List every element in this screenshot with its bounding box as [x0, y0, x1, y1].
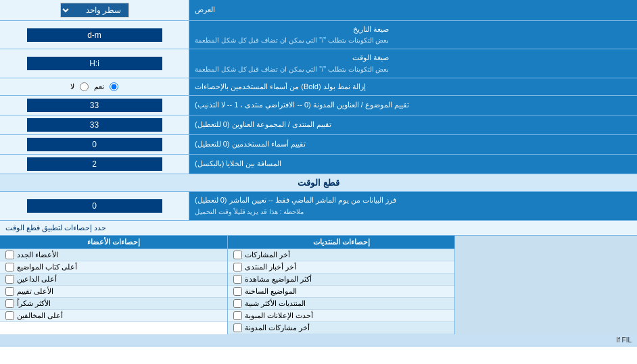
- time-cut-filter-row: فرز البيانات من يوم الماشر الماضي فقط --…: [0, 192, 637, 220]
- footer-note: If FIL: [0, 334, 637, 346]
- checkbox-posts-7[interactable]: [233, 323, 242, 332]
- members-stats-header: إحصاءات الأعضاء: [0, 236, 227, 249]
- time-cut-filter-input-cell: [0, 192, 189, 219]
- cell-spacing-label: المسافة بين الخلايا (بالبكسل): [189, 155, 637, 174]
- posts-stats-col: إحصاءات المنتديات أخر المشاركات أخر أخبا…: [228, 236, 456, 334]
- limit-area: [455, 236, 637, 334]
- time-cut-section-header: قطع الوقت: [0, 174, 637, 192]
- checkbox-item: أكثر المواضيع مشاهدة: [228, 274, 455, 286]
- checkbox-item: الأكثر شكراً: [0, 298, 227, 310]
- checkbox-members-5[interactable]: [5, 299, 14, 308]
- display-label-text: العرض: [195, 5, 215, 15]
- bold-radio-group: نعم لا: [70, 82, 118, 91]
- checkbox-item: المنتديات الأكثر شبية: [228, 298, 455, 310]
- checkbox-item: أخر المشاركات: [228, 249, 455, 261]
- topic-order-row: تقييم الموضوع / العناوين المدونة (0 -- ا…: [0, 96, 637, 115]
- time-cut-filter-label: فرز البيانات من يوم الماشر الماضي فقط --…: [189, 192, 637, 219]
- checkbox-item: أعلى المخالفين: [0, 310, 227, 322]
- checkbox-posts-3[interactable]: [233, 275, 242, 284]
- user-names-label-text: تقييم أسماء المستخدمين (0 للتعطيل): [195, 139, 306, 149]
- checkbox-item: أعلى الداعين: [0, 274, 227, 286]
- time-format-input-cell: H:i: [0, 49, 189, 77]
- checkbox-item: أخر أخبار المنتدى: [228, 261, 455, 274]
- bold-remove-label: إزالة نمط بولد (Bold) من أسماء المستخدمي…: [189, 78, 637, 95]
- checkbox-grid: إحصاءات المنتديات أخر المشاركات أخر أخبا…: [0, 236, 637, 334]
- topic-order-input[interactable]: [27, 99, 162, 112]
- forum-order-label: تقييم المنتدى / المجموعة العناوين (0 للت…: [189, 115, 637, 134]
- date-format-input-cell: d-m: [0, 21, 189, 49]
- date-format-label-text: صيغة التاريخ بعض التكوينات يتطلب "/" الت…: [195, 24, 389, 45]
- bold-remove-row: إزالة نمط بولد (Bold) من أسماء المستخدمي…: [0, 78, 637, 96]
- topic-order-label: تقييم الموضوع / العناوين المدونة (0 -- ا…: [189, 96, 637, 115]
- checkbox-members-4[interactable]: [5, 287, 14, 296]
- checkbox-posts-6[interactable]: [233, 311, 242, 320]
- time-cut-filter-input[interactable]: [27, 199, 162, 213]
- bold-remove-input-cell: نعم لا: [0, 78, 189, 95]
- checkbox-members-1[interactable]: [5, 251, 14, 259]
- posts-stats-header: إحصاءات المنتديات: [228, 236, 455, 249]
- checkbox-members-3[interactable]: [5, 275, 14, 284]
- bold-yes-label[interactable]: نعم: [94, 82, 104, 91]
- main-container: العرض سطر واحد متعدد الأسطر صيغة التاريخ…: [0, 0, 637, 346]
- checkbox-item: الأعضاء الجدد: [0, 249, 227, 261]
- time-format-label: صيغة الوقت بعض التكوينات يتطلب "/" التي …: [189, 49, 637, 77]
- checkbox-item: الأعلى تقييم: [0, 286, 227, 298]
- checkbox-members-2[interactable]: [5, 263, 14, 271]
- user-names-input-cell: [0, 135, 189, 154]
- checkbox-posts-5[interactable]: [233, 299, 242, 308]
- display-label: العرض: [189, 0, 637, 20]
- cell-spacing-label-text: المسافة بين الخلايا (بالبكسل): [195, 159, 282, 169]
- limit-label-text: حدد إحصاءات لتطبيق قطع الوقت: [5, 224, 106, 232]
- bold-yes-radio[interactable]: [110, 82, 118, 91]
- display-input-cell: سطر واحد متعدد الأسطر: [0, 0, 189, 20]
- checkbox-posts-1[interactable]: [233, 251, 242, 259]
- checkbox-item: المواضيع الساخنة: [228, 286, 455, 298]
- cell-spacing-input-cell: [0, 155, 189, 174]
- user-names-label: تقييم أسماء المستخدمين (0 للتعطيل): [189, 135, 637, 154]
- bold-no-label[interactable]: لا: [70, 82, 74, 91]
- time-format-input[interactable]: H:i: [27, 57, 162, 70]
- topic-order-label-text: تقييم الموضوع / العناوين المدونة (0 -- ا…: [195, 100, 409, 110]
- time-cut-note: ملاحظة : هذا قد يزيد قليلاً وقت التحميل: [195, 207, 304, 217]
- bold-remove-label-text: إزالة نمط بولد (Bold) من أسماء المستخدمي…: [195, 82, 366, 92]
- date-format-row: صيغة التاريخ بعض التكوينات يتطلب "/" الت…: [0, 21, 637, 49]
- forum-order-input-cell: [0, 115, 189, 134]
- time-format-label-text: صيغة الوقت بعض التكوينات يتطلب "/" التي …: [195, 53, 389, 74]
- date-format-label: صيغة التاريخ بعض التكوينات يتطلب "/" الت…: [189, 21, 637, 49]
- bold-no-radio[interactable]: [80, 82, 89, 91]
- checkbox-posts-2[interactable]: [233, 263, 242, 271]
- checkbox-item: أعلى كتاب المواضيع: [0, 261, 227, 274]
- checkbox-item: أحدث الإعلانات المبوية: [228, 310, 455, 322]
- forum-order-label-text: تقييم المنتدى / المجموعة العناوين (0 للت…: [195, 120, 331, 130]
- topic-order-input-cell: [0, 96, 189, 115]
- display-select[interactable]: سطر واحد متعدد الأسطر: [60, 3, 129, 18]
- forum-order-input[interactable]: [27, 118, 162, 132]
- forum-order-row: تقييم المنتدى / المجموعة العناوين (0 للت…: [0, 115, 637, 135]
- date-format-input[interactable]: d-m: [27, 28, 162, 42]
- checkbox-members-6[interactable]: [5, 311, 14, 320]
- checkbox-posts-4[interactable]: [233, 287, 242, 296]
- user-names-input[interactable]: [27, 138, 162, 151]
- display-row: العرض سطر واحد متعدد الأسطر: [0, 0, 637, 21]
- cell-spacing-input[interactable]: [27, 157, 162, 171]
- cell-spacing-row: المسافة بين الخلايا (بالبكسل): [0, 155, 637, 174]
- checkbox-item: أخر مشاركات المدونة: [228, 322, 455, 334]
- user-names-row: تقييم أسماء المستخدمين (0 للتعطيل): [0, 135, 637, 155]
- time-format-row: صيغة الوقت بعض التكوينات يتطلب "/" التي …: [0, 49, 637, 78]
- limit-row: حدد إحصاءات لتطبيق قطع الوقت: [0, 221, 637, 236]
- members-stats-col: إحصاءات الأعضاء الأعضاء الجدد أعلى كتاب …: [0, 236, 228, 334]
